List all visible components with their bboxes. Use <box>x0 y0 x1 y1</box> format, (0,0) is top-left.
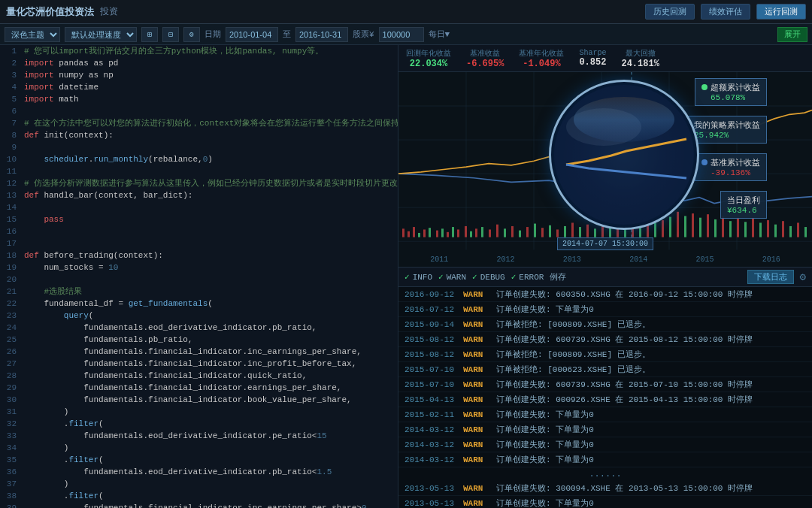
date-to-input[interactable] <box>295 27 348 42</box>
code-line: 38 .filter( <box>0 490 398 502</box>
analysis-button[interactable]: 绩效评估 <box>701 4 750 20</box>
max-drawdown-value: 24.181% <box>621 59 659 69</box>
download-log-button[interactable]: 下载日志 <box>747 270 794 284</box>
icon-btn-3[interactable]: ⚙ <box>183 27 200 42</box>
warn-label: WARN <box>447 273 466 282</box>
log-row: 2015-08-12WARN订单被拒绝: [000809.XSHE] 已退步。 <box>398 347 812 362</box>
svg-rect-32 <box>541 228 544 237</box>
log-filter-debug[interactable]: ✓ DEBUG <box>472 272 505 282</box>
code-line: 27 fundamentals.financial_indicator.inc_… <box>0 358 398 370</box>
code-line: 24 fundamentals.eod_derivative_indicator… <box>0 322 398 334</box>
code-line: 14 <box>0 201 398 213</box>
log-filter-example[interactable]: 例存 <box>550 271 566 283</box>
svg-rect-21 <box>465 226 467 237</box>
log-level: WARN <box>463 335 490 344</box>
line-number: 12 <box>0 177 21 189</box>
icon-btn-1[interactable]: ⊞ <box>141 27 158 42</box>
line-number: 21 <box>0 286 21 298</box>
line-number: 24 <box>0 322 21 334</box>
code-line: 36 fundamentals.eod_derivative_indicator… <box>0 466 398 478</box>
capital-input[interactable] <box>379 27 424 42</box>
icon-btn-2[interactable]: ⊟ <box>162 27 179 42</box>
log-date: 2015-08-12 <box>404 335 457 344</box>
theme-select[interactable]: 深色主题 <box>5 27 60 42</box>
code-line: 13def handle_bar(context, bar_dict): <box>0 189 398 201</box>
line-number: 18 <box>0 249 21 262</box>
log-filter-warn[interactable]: ✓ WARN <box>438 272 466 282</box>
log-level: WARN <box>463 365 490 374</box>
log-date: 2014-03-12 <box>404 455 457 464</box>
code-line: 32 .filter( <box>0 418 398 430</box>
error-label: ERROR <box>519 273 544 282</box>
year-3: 2013 <box>563 256 581 264</box>
expand-button[interactable]: 展开 <box>777 27 807 42</box>
log-message: 订单创建失败: 下单量为0 <box>496 304 806 315</box>
log-date: 2015-07-10 <box>404 365 457 374</box>
line-content: .filter( <box>21 454 398 466</box>
line-number: 25 <box>0 334 21 346</box>
svg-rect-60 <box>752 219 754 237</box>
log-filter-error[interactable]: ✓ ERROR <box>511 272 544 282</box>
log-rows-container: 2016-09-12WARN订单创建失败: 600350.XSHG 在 2016… <box>398 287 812 508</box>
log-level: WARN <box>463 350 490 359</box>
log-message: 订单创建失败: 下单量为0 <box>496 454 806 465</box>
code-line: 30 fundamentals.financial_indicator.book… <box>0 394 398 406</box>
svg-rect-20 <box>457 229 459 237</box>
code-line: 20 <box>0 274 398 286</box>
year-1: 2011 <box>430 256 448 264</box>
date-from-input[interactable] <box>226 27 278 42</box>
log-message: 订单创建失败: 下单量为0 <box>496 424 806 435</box>
svg-rect-10 <box>402 228 404 237</box>
log-panel[interactable]: ✓ INFO ✓ WARN ✓ DEBUG ✓ ERROR 例存 <box>398 268 812 508</box>
line-number: 19 <box>0 262 21 274</box>
line-number: 1 <box>0 45 21 57</box>
svg-rect-53 <box>699 218 701 237</box>
year-4: 2014 <box>629 256 647 264</box>
svg-rect-33 <box>549 225 551 237</box>
line-number: 17 <box>0 237 21 249</box>
svg-rect-29 <box>519 231 521 237</box>
code-line: 17 <box>0 237 398 249</box>
line-content: fundamentals.eod_derivative_indicator.pe… <box>21 430 398 442</box>
benchmark-annual-stat: 基准年化收益 -1.049% <box>519 48 564 69</box>
svg-rect-25 <box>489 229 491 237</box>
line-number: 5 <box>0 93 21 105</box>
chart-area[interactable]: 超额累计收益 65.078% 我的策略累计收益 25.942% 基准累计收益 -… <box>398 72 812 268</box>
log-row: 2016-07-12WARN订单创建失败: 下单量为0 <box>398 302 812 317</box>
code-line: 8def init(context): <box>0 129 398 141</box>
line-content: fundamentals.pb_ratio, <box>21 334 398 346</box>
speed-select[interactable]: 默认处理速度 <box>65 27 137 42</box>
svg-point-69 <box>629 145 635 152</box>
log-message: 订单创建失败: 下单量为0 <box>496 497 806 508</box>
svg-rect-11 <box>408 231 410 237</box>
log-settings-icon[interactable]: ⚙ <box>800 271 806 283</box>
log-row: 2015-07-10WARN订单创建失败: 600739.XSHG 在 2015… <box>398 377 812 392</box>
code-line: 22 fundamental_df = get_fundamentals( <box>0 298 398 310</box>
line-content: import numpy as np <box>21 69 398 81</box>
code-line: 18def before_trading(context): <box>0 249 398 262</box>
line-content: fundamentals.financial_indicator.inc_pro… <box>21 358 398 370</box>
log-filter-info[interactable]: ✓ INFO <box>404 272 432 282</box>
svg-rect-65 <box>789 226 792 237</box>
info-check: ✓ <box>404 272 410 282</box>
line-number: 39 <box>0 502 21 508</box>
line-number: 13 <box>0 189 21 201</box>
svg-rect-19 <box>452 227 454 237</box>
log-row: 2013-05-13WARN订单创建失败: 下单量为0 <box>398 496 812 508</box>
line-content <box>21 201 398 213</box>
code-editor: 1# 您可以import我们评估交月的全三方python模块，比如pandas,… <box>0 45 398 508</box>
svg-rect-51 <box>684 216 686 237</box>
svg-rect-15 <box>429 228 431 237</box>
benchmark-return-value: -6.695% <box>466 59 504 69</box>
line-content <box>21 274 398 286</box>
chart-svg <box>398 72 812 267</box>
log-message: 订单创建失败: 600739.XSHG 在 2015-07-10 15:00:0… <box>496 379 806 390</box>
run-backtest-button[interactable]: 运行回测 <box>756 4 806 20</box>
log-ellipsis: ...... <box>398 467 812 481</box>
benchmark-return-label: 基准收益 <box>466 48 504 59</box>
history-button[interactable]: 历史回测 <box>645 4 695 20</box>
line-content: num_stocks = 10 <box>21 262 398 274</box>
log-date: 2014-03-12 <box>404 425 457 434</box>
svg-rect-59 <box>744 222 747 237</box>
code-line: 15 pass <box>0 213 398 225</box>
